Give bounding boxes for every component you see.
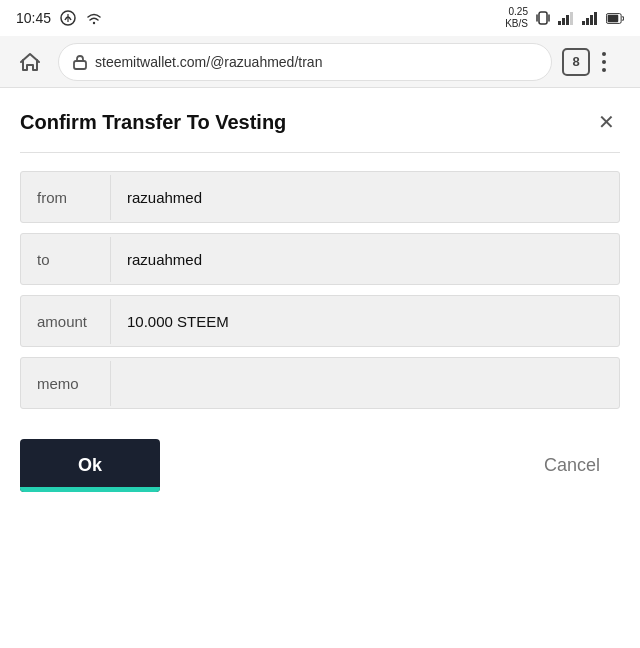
menu-button[interactable]	[600, 48, 628, 76]
cancel-button[interactable]: Cancel	[524, 439, 620, 492]
memo-value[interactable]	[111, 369, 619, 397]
to-value: razuahmed	[111, 237, 619, 282]
amount-label: amount	[21, 299, 111, 344]
dialog-title: Confirm Transfer To Vesting	[20, 111, 286, 134]
wifi-icon	[85, 9, 103, 27]
signal-bars2-icon	[582, 9, 600, 27]
dialog: Confirm Transfer To Vesting ✕ from razua…	[0, 88, 640, 516]
from-value: razuahmed	[111, 175, 619, 220]
url-text: steemitwallet.com/@razuahmed/tran	[95, 54, 537, 70]
svg-rect-13	[594, 12, 597, 25]
svg-rect-16	[74, 61, 86, 69]
tab-count-button[interactable]: 8	[562, 48, 590, 76]
memo-label: memo	[21, 361, 111, 406]
address-bar[interactable]: steemitwallet.com/@razuahmed/tran	[58, 43, 552, 81]
from-label: from	[21, 175, 111, 220]
svg-rect-10	[582, 21, 585, 25]
home-button[interactable]	[12, 44, 48, 80]
svg-rect-11	[586, 18, 589, 25]
status-bar: 10:45 0.25KB/S	[0, 0, 640, 36]
svg-rect-12	[590, 15, 593, 25]
vibrate-icon	[534, 9, 552, 27]
network-icon	[59, 9, 77, 27]
amount-field-row: amount 10.000 STEEM	[20, 295, 620, 347]
svg-rect-7	[562, 18, 565, 25]
signal-bars-icon	[558, 9, 576, 27]
ok-button[interactable]: Ok	[20, 439, 160, 492]
from-field-row: from razuahmed	[20, 171, 620, 223]
svg-rect-3	[539, 12, 547, 24]
buttons-row: Ok Cancel	[20, 439, 620, 492]
svg-rect-6	[558, 21, 561, 25]
svg-rect-9	[570, 12, 573, 25]
dialog-header: Confirm Transfer To Vesting ✕	[20, 108, 620, 136]
divider	[20, 152, 620, 153]
battery-icon	[606, 9, 624, 27]
close-button[interactable]: ✕	[592, 108, 620, 136]
status-time: 10:45	[16, 10, 51, 26]
nav-bar: steemitwallet.com/@razuahmed/tran 8	[0, 36, 640, 88]
status-right: 0.25KB/S	[505, 6, 624, 30]
lock-icon	[73, 54, 87, 70]
svg-rect-8	[566, 15, 569, 25]
svg-rect-15	[608, 14, 619, 21]
to-field-row: to razuahmed	[20, 233, 620, 285]
svg-point-2	[93, 22, 95, 24]
network-speed: 0.25KB/S	[505, 6, 528, 30]
to-label: to	[21, 237, 111, 282]
amount-value: 10.000 STEEM	[111, 299, 619, 344]
memo-field-row: memo	[20, 357, 620, 409]
